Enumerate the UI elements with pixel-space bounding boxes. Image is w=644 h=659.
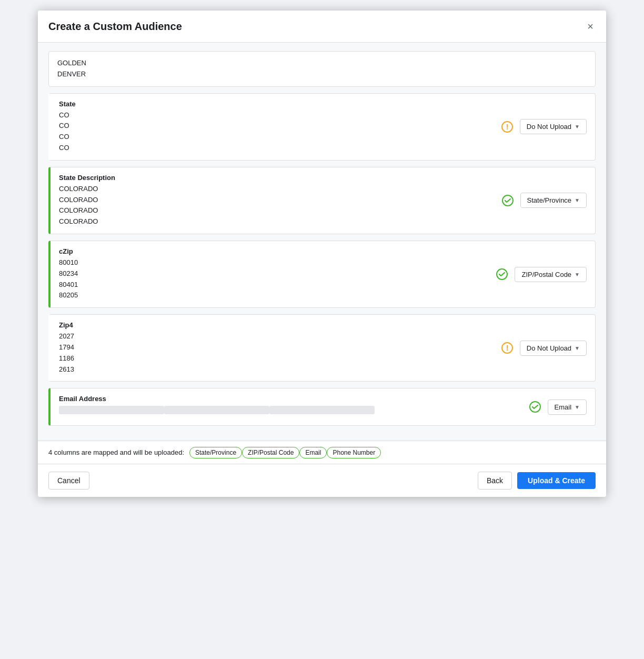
field-data-email_address (59, 405, 512, 419)
field-label-czip: cZip (59, 247, 479, 255)
upload-create-button[interactable]: Upload & Create (517, 472, 596, 489)
cancel-button[interactable]: Cancel (48, 472, 89, 490)
field-actions-state: ! Do Not Upload ▼ (492, 113, 595, 141)
chevron-down-icon: ▼ (575, 345, 580, 351)
chevron-down-icon: ▼ (575, 124, 580, 129)
field-actions-czip: ZIP/Postal Code ▼ (487, 261, 595, 288)
modal-body: GOLDEN DENVER State COCOCOCO ! Do Not Up… (38, 43, 606, 441)
field-dropdown-state[interactable]: Do Not Upload ▼ (520, 119, 587, 134)
svg-text:!: ! (506, 123, 508, 131)
field-row-state: State COCOCOCO ! Do Not Upload ▼ (48, 93, 596, 161)
field-dropdown-label-state_description: State/Province (527, 196, 572, 204)
status-icon-email_address (529, 401, 541, 413)
field-content-state_description: State Description COLORADOCOLORADOCOLORA… (51, 167, 493, 234)
chevron-down-icon: ▼ (575, 272, 580, 277)
field-content-czip: cZip 80010802348040180205 (51, 241, 487, 307)
field-content-state: State COCOCOCO (51, 94, 492, 160)
mapped-columns-footer: 4 columns are mapped and will be uploade… (38, 441, 606, 464)
field-dropdown-label-czip: ZIP/Postal Code (521, 271, 571, 278)
fields-container: State COCOCOCO ! Do Not Upload ▼ State D… (48, 93, 596, 426)
field-data-state_description: COLORADOCOLORADOCOLORADOCOLORADO (59, 184, 485, 227)
modal-title: Create a Custom Audience (48, 21, 182, 33)
field-label-email_address: Email Address (59, 395, 512, 403)
field-dropdown-label-state: Do Not Upload (527, 123, 571, 131)
status-icon-state_description (501, 194, 514, 207)
close-button[interactable]: × (585, 19, 596, 34)
field-row-zip4: Zip4 2027179411862613 ! Do Not Upload ▼ (48, 314, 596, 382)
modal-header: Create a Custom Audience × (38, 11, 606, 43)
top-data-item-denver: DENVER (57, 69, 587, 80)
field-row-email_address: Email Address Email ▼ (48, 388, 596, 426)
status-icon-czip (496, 268, 508, 281)
svg-text:!: ! (506, 344, 508, 352)
top-data-item-golden: GOLDEN (57, 58, 587, 69)
field-data-czip: 80010802348040180205 (59, 257, 479, 301)
right-actions: Back Upload & Create (478, 472, 596, 490)
action-footer: Cancel Back Upload & Create (38, 464, 606, 497)
mapped-tag-3: Phone Number (327, 447, 381, 458)
mapped-tag-1: ZIP/Postal Code (242, 447, 299, 458)
field-data-state: COCOCOCO (59, 110, 484, 154)
field-actions-email_address: Email ▼ (520, 393, 595, 421)
field-dropdown-zip4[interactable]: Do Not Upload ▼ (520, 341, 587, 356)
field-label-state: State (59, 100, 484, 108)
field-label-zip4: Zip4 (59, 321, 484, 329)
chevron-down-icon: ▼ (575, 404, 580, 410)
field-content-email_address: Email Address (51, 388, 520, 425)
tags-container: State/ProvinceZIP/Postal CodeEmailPhone … (189, 448, 381, 456)
field-dropdown-email_address[interactable]: Email ▼ (548, 400, 587, 415)
field-dropdown-label-zip4: Do Not Upload (527, 344, 571, 352)
field-actions-zip4: ! Do Not Upload ▼ (492, 334, 595, 362)
mapped-tag-0: State/Province (189, 447, 242, 458)
field-dropdown-state_description[interactable]: State/Province ▼ (520, 193, 587, 208)
mapped-tag-2: Email (299, 447, 327, 458)
field-label-state_description: State Description (59, 174, 485, 182)
field-dropdown-label-email_address: Email (555, 403, 572, 411)
mapped-text: 4 columns are mapped and will be uploade… (48, 448, 184, 456)
chevron-down-icon: ▼ (575, 197, 580, 203)
field-content-zip4: Zip4 2027179411862613 (51, 315, 492, 381)
status-icon-zip4: ! (501, 342, 514, 354)
top-data-box: GOLDEN DENVER (48, 51, 596, 87)
create-custom-audience-modal: Create a Custom Audience × GOLDEN DENVER… (38, 11, 606, 497)
field-data-zip4: 2027179411862613 (59, 331, 484, 375)
back-button[interactable]: Back (478, 472, 512, 490)
field-row-czip: cZip 80010802348040180205 ZIP/Postal Cod… (48, 241, 596, 308)
field-dropdown-czip[interactable]: ZIP/Postal Code ▼ (515, 267, 587, 282)
field-actions-state_description: State/Province ▼ (493, 186, 595, 214)
status-icon-state: ! (501, 121, 514, 133)
field-row-state_description: State Description COLORADOCOLORADOCOLORA… (48, 167, 596, 234)
